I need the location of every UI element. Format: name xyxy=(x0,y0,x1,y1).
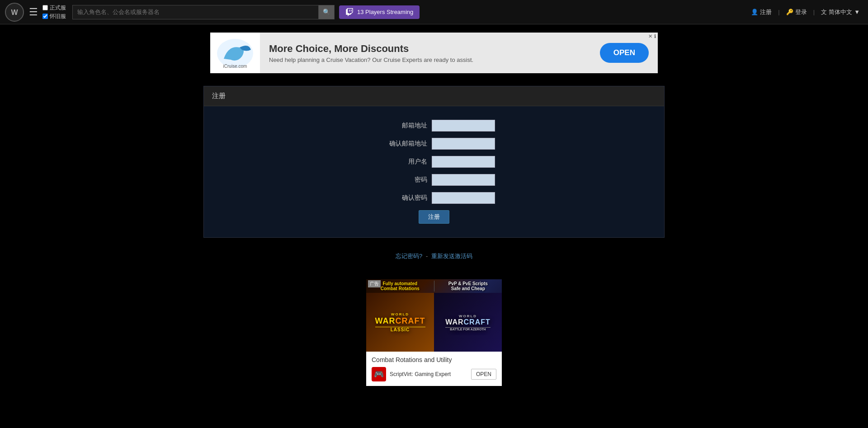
password-input[interactable] xyxy=(432,174,495,186)
register-panel-header: 注册 xyxy=(204,86,664,106)
ad-banner-subtitle: Need help planning a Cruise Vacation? Ou… xyxy=(269,56,591,63)
ad-card-row: 🎮 ScriptVirt: Gaming Expert OPEN xyxy=(372,367,496,381)
ad-close-button[interactable]: ✕ xyxy=(648,33,652,39)
username-row: 用户名 xyxy=(213,156,655,168)
register-panel: 注册 邮箱地址 确认邮箱地址 用户名 密码 确认密码 xyxy=(203,86,665,238)
navbar-right: 👤 注册 | 🔑 登录 | 文 简体中文 ▼ xyxy=(747,6,863,18)
top-ad-banner: ✕ ℹ iCruise.com More Choice, More Discou… xyxy=(210,33,658,73)
register-submit-button[interactable]: 注册 xyxy=(419,210,449,224)
search-button[interactable]: 🔍 xyxy=(318,5,335,19)
confirm-email-input[interactable] xyxy=(432,138,495,150)
icruise-logo-svg: iCruise.com xyxy=(215,36,255,70)
twitch-streaming-label: 13 Players Streaming xyxy=(357,9,413,15)
ad-card-username: ScriptVirt: Gaming Expert xyxy=(390,371,451,377)
register-button-nav[interactable]: 👤 注册 xyxy=(747,6,775,18)
ad-wow-bfa-image: WORLD WARCRAFT BATTLE FOR AZEROTH xyxy=(434,293,502,352)
confirm-password-input[interactable] xyxy=(432,192,495,204)
navbar: W ☰ 正式服 怀旧服 🔍 13 Players Streaming 👤 注册 … xyxy=(0,0,868,24)
classic-server-checkbox[interactable]: 正式服 xyxy=(42,4,66,12)
ad-wow-header: Fully automatedCombat Rotations PvP & Pv… xyxy=(366,279,502,293)
classic-checkbox-input[interactable] xyxy=(42,5,48,10)
register-panel-title: 注册 xyxy=(212,92,226,99)
search-icon: 🔍 xyxy=(323,9,330,15)
email-label: 邮箱地址 xyxy=(373,122,427,130)
site-logo[interactable]: W xyxy=(5,2,24,22)
ad-banner-cta-button[interactable]: OPEN xyxy=(600,43,649,63)
twitch-icon xyxy=(345,8,354,16)
ad-banner-container: ✕ ℹ iCruise.com More Choice, More Discou… xyxy=(0,24,868,81)
username-input[interactable] xyxy=(432,156,495,168)
ad-brand-logo: iCruise.com xyxy=(210,33,260,73)
resend-activation-link[interactable]: 重新发送激活码 xyxy=(431,253,472,259)
server-checkboxes: 正式服 怀旧服 xyxy=(42,4,66,20)
username-label: 用户名 xyxy=(373,158,427,166)
legacy-checkbox-input[interactable] xyxy=(42,14,48,19)
login-icon: 🔑 xyxy=(786,9,793,15)
twitch-streaming-button[interactable]: 13 Players Streaming xyxy=(339,5,420,19)
password-row: 密码 xyxy=(213,174,655,186)
language-icon: 文 xyxy=(821,8,827,16)
email-row: 邮箱地址 xyxy=(213,120,655,132)
forgot-password-link[interactable]: 忘记密码? xyxy=(396,253,422,259)
language-selector[interactable]: 文 简体中文 ▼ xyxy=(817,6,863,18)
ad-wow-classic-image: WORLD WARCRAFT LASSIC xyxy=(366,293,434,352)
ad-banner-text: More Choice, More Discounts Need help pl… xyxy=(260,38,600,68)
svg-text:iCruise.com: iCruise.com xyxy=(223,64,247,69)
ad-card-user: 🎮 ScriptVirt: Gaming Expert xyxy=(372,367,451,381)
svg-text:W: W xyxy=(11,9,18,16)
bottom-ad-container: 广告 Fully automatedCombat Rotations PvP &… xyxy=(0,270,868,395)
register-icon: 👤 xyxy=(751,9,758,15)
chevron-down-icon: ▼ xyxy=(854,9,860,15)
confirm-email-label: 确认邮箱地址 xyxy=(373,140,427,148)
bottom-ad-banner: 广告 Fully automatedCombat Rotations PvP &… xyxy=(366,279,502,386)
register-button-row: 注册 xyxy=(213,210,655,224)
ad-top-bar: ✕ ℹ xyxy=(645,33,658,40)
register-form-body: 邮箱地址 确认邮箱地址 用户名 密码 确认密码 注册 xyxy=(204,106,664,237)
confirm-password-row: 确认密码 xyxy=(213,192,655,204)
ad-card-title: Combat Rotations and Utility xyxy=(372,356,496,363)
ad-card-avatar: 🎮 xyxy=(372,367,386,381)
ad-label: 广告 xyxy=(368,280,381,287)
confirm-password-label: 确认密码 xyxy=(373,194,427,202)
ad-bottom-card: Combat Rotations and Utility 🎮 ScriptVir… xyxy=(366,352,502,386)
ad-wow-game-images: WORLD WARCRAFT LASSIC WORLD WARCRAFT BAT… xyxy=(366,293,502,352)
search-container: 🔍 xyxy=(72,5,335,19)
ad-card-open-button[interactable]: OPEN xyxy=(471,369,496,380)
ad-header-right: PvP & PvE ScriptsSafe and Cheap xyxy=(436,281,500,291)
confirm-email-row: 确认邮箱地址 xyxy=(213,138,655,150)
search-input[interactable] xyxy=(72,5,318,19)
forgot-password-section: 忘记密码? - 重新发送激活码 xyxy=(203,247,665,266)
menu-icon[interactable]: ☰ xyxy=(29,6,38,18)
legacy-server-checkbox[interactable]: 怀旧服 xyxy=(42,13,66,20)
password-label: 密码 xyxy=(373,176,427,184)
ad-banner-title: More Choice, More Discounts xyxy=(269,43,591,55)
main-content: 注册 邮箱地址 确认邮箱地址 用户名 密码 确认密码 xyxy=(203,86,665,266)
email-input[interactable] xyxy=(432,120,495,132)
separator: - xyxy=(426,253,428,259)
ad-info-icon[interactable]: ℹ xyxy=(654,33,656,39)
ad-wow-image: Fully automatedCombat Rotations PvP & Pv… xyxy=(366,279,502,352)
login-button-nav[interactable]: 🔑 登录 xyxy=(783,6,811,18)
